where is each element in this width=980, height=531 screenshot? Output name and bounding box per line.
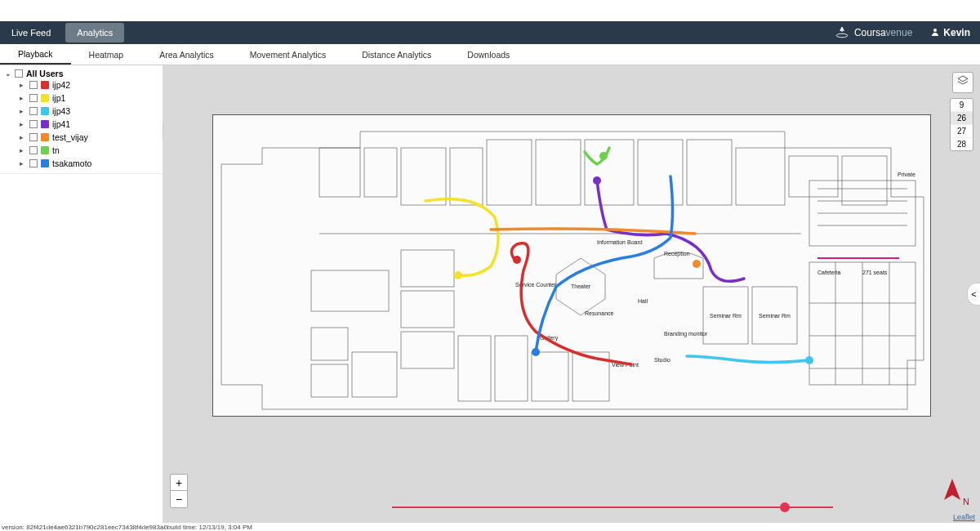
layers-icon bbox=[956, 74, 969, 91]
all-users-checkbox[interactable] bbox=[15, 69, 23, 78]
floor-selector: 9262728 bbox=[950, 98, 973, 151]
all-users-label: All Users bbox=[26, 69, 64, 78]
user-checkbox[interactable] bbox=[29, 120, 38, 128]
tab-distance-analytics[interactable]: Distance Analytics bbox=[344, 44, 449, 65]
track-tsakamoto bbox=[536, 176, 673, 352]
user-color-swatch bbox=[41, 133, 49, 141]
user-icon bbox=[930, 27, 940, 39]
tree-root: ⌄ All Users ▸ijp42▸ijp1▸ijp43▸ijp41▸test… bbox=[0, 65, 163, 174]
user-checkbox[interactable] bbox=[29, 133, 38, 141]
right-panel-expand[interactable]: < bbox=[967, 283, 980, 306]
user-menu[interactable]: Kevin bbox=[920, 27, 980, 39]
tab-movement-analytics[interactable]: Movement Analytics bbox=[232, 44, 344, 65]
chevron-right-icon[interactable]: ▸ bbox=[20, 159, 26, 167]
user-name: Kevin bbox=[943, 27, 970, 38]
tree-item-test_vijay[interactable]: ▸test_vijay bbox=[20, 131, 158, 144]
user-label: tn bbox=[52, 145, 60, 155]
floor-option-26[interactable]: 26 bbox=[951, 112, 973, 125]
tab-downloads[interactable]: Downloads bbox=[449, 44, 528, 65]
floor-option-28[interactable]: 28 bbox=[951, 138, 973, 150]
leaflet-attribution[interactable]: Leaflet bbox=[953, 513, 975, 521]
user-checkbox[interactable] bbox=[29, 81, 38, 89]
dot-ijp1 bbox=[454, 271, 462, 279]
user-color-swatch bbox=[41, 81, 49, 89]
compass: N bbox=[936, 475, 969, 508]
zoom-control: + − bbox=[170, 474, 188, 508]
svg-point-0 bbox=[836, 33, 848, 38]
dot-tsakamoto bbox=[532, 348, 540, 356]
chevron-down-icon[interactable]: ⌄ bbox=[5, 69, 11, 78]
track-test_vijay bbox=[491, 229, 695, 234]
chevron-right-icon[interactable]: ▸ bbox=[20, 81, 26, 89]
zoom-out-button[interactable]: − bbox=[171, 491, 187, 507]
tree-item-ijp1[interactable]: ▸ijp1 bbox=[20, 91, 158, 105]
user-checkbox[interactable] bbox=[29, 146, 38, 154]
playback-timeline[interactable] bbox=[392, 502, 833, 513]
user-checkbox[interactable] bbox=[29, 159, 38, 167]
tracks-overlay bbox=[213, 115, 932, 417]
user-color-swatch bbox=[41, 94, 49, 102]
tree-item-ijp42[interactable]: ▸ijp42 bbox=[20, 78, 158, 91]
user-checkbox[interactable] bbox=[29, 107, 38, 115]
user-color-swatch bbox=[41, 146, 49, 154]
brand-logo: Coursavenue bbox=[835, 25, 920, 42]
user-checkbox[interactable] bbox=[29, 94, 38, 102]
chevron-right-icon[interactable]: ▸ bbox=[20, 120, 26, 128]
user-label: tsakamoto bbox=[52, 158, 91, 168]
tree-item-ijp43[interactable]: ▸ijp43 bbox=[20, 105, 158, 118]
brand-icon bbox=[835, 25, 849, 42]
chevron-right-icon[interactable]: ▸ bbox=[20, 94, 26, 102]
track-ijp1 bbox=[425, 199, 498, 276]
dot-ijp42 bbox=[513, 256, 521, 264]
floorplan: Reception Hall Theater Gallery View Poin… bbox=[212, 114, 931, 417]
user-label: test_vijay bbox=[52, 132, 88, 142]
user-color-swatch bbox=[41, 107, 49, 115]
top-navbar: Live Feed Analytics Coursavenue Kevin bbox=[0, 21, 980, 44]
nav-live-feed[interactable]: Live Feed bbox=[0, 23, 62, 42]
user-label: ijp1 bbox=[52, 93, 65, 103]
svg-point-1 bbox=[841, 29, 843, 31]
layers-button[interactable] bbox=[952, 72, 973, 93]
user-tree-sidebar: ⌄ All Users ▸ijp42▸ijp1▸ijp43▸ijp41▸test… bbox=[0, 65, 163, 523]
tab-area-analytics[interactable]: Area Analytics bbox=[141, 44, 232, 65]
user-label: ijp41 bbox=[52, 119, 70, 129]
zoom-in-button[interactable]: + bbox=[171, 475, 187, 491]
brand-text: Coursavenue bbox=[854, 27, 912, 38]
dot-tn bbox=[599, 152, 608, 160]
chevron-right-icon[interactable]: ▸ bbox=[20, 133, 26, 141]
tree-item-ijp41[interactable]: ▸ijp41 bbox=[20, 118, 158, 131]
svg-text:N: N bbox=[963, 497, 969, 506]
tab-playback[interactable]: Playback bbox=[0, 44, 71, 65]
analytics-subtabs: Playback Heatmap Area Analytics Movement… bbox=[0, 44, 980, 65]
dot-test_vijay bbox=[693, 260, 701, 268]
dot-ijp43 bbox=[805, 356, 813, 364]
nav-analytics[interactable]: Analytics bbox=[65, 23, 124, 42]
chevron-right-icon[interactable]: ▸ bbox=[20, 146, 26, 154]
user-label: ijp43 bbox=[52, 106, 70, 116]
version-text: version: 82f421de4ae6321b790c281eec73438… bbox=[2, 524, 252, 531]
floor-option-9[interactable]: 9 bbox=[951, 99, 973, 112]
timeline-knob[interactable] bbox=[780, 502, 790, 512]
tree-item-tn[interactable]: ▸tn bbox=[20, 144, 158, 157]
tree-item-tsakamoto[interactable]: ▸tsakamoto bbox=[20, 157, 158, 170]
user-color-swatch bbox=[41, 159, 49, 167]
user-color-swatch bbox=[41, 120, 49, 128]
map-canvas[interactable]: Reception Hall Theater Gallery View Poin… bbox=[163, 65, 980, 523]
floor-option-27[interactable]: 27 bbox=[951, 125, 973, 138]
svg-point-2 bbox=[933, 29, 937, 32]
dot-ijp41 bbox=[593, 176, 601, 185]
track-ijp43 bbox=[687, 356, 809, 363]
timeline-track bbox=[392, 506, 833, 508]
chevron-right-icon[interactable]: ▸ bbox=[20, 107, 26, 115]
tab-heatmap[interactable]: Heatmap bbox=[71, 44, 142, 65]
user-label: ijp42 bbox=[52, 80, 70, 90]
